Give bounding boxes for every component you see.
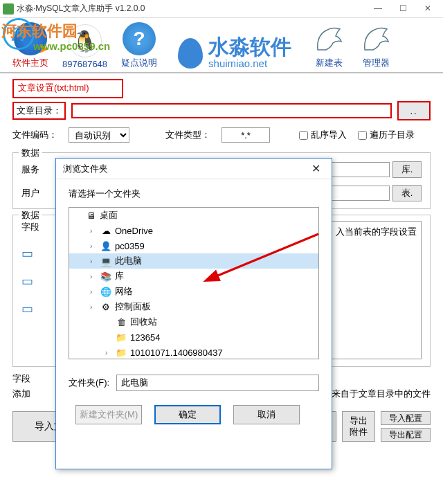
dialog-close-button[interactable]: ✕: [307, 162, 325, 175]
browse-button[interactable]: ..: [397, 101, 431, 120]
dolphin-icon: [359, 22, 392, 55]
type-input[interactable]: [222, 127, 270, 143]
random-checkbox[interactable]: 乱序导入: [299, 129, 347, 141]
recurse-checkbox[interactable]: 遍历子目录: [358, 129, 415, 141]
dolphin-icon: [312, 22, 345, 55]
browse-folder-dialog: 浏览文件夹 ✕ 请选择一个文件夹 🖥桌面›☁OneDrive›👤pc0359›💻…: [55, 158, 332, 469]
folder-label: 文件夹(F):: [69, 377, 109, 389]
cancel-button[interactable]: 取消: [233, 405, 300, 424]
ok-button[interactable]: 确定: [154, 405, 221, 424]
titlebar: 水淼·MySQL文章入库助手 v1.2.0.0 — ☐ ✕: [0, 0, 443, 18]
new-folder-button[interactable]: 新建文件夹(M): [75, 405, 142, 424]
tree-item[interactable]: 🖥桌面: [69, 208, 318, 223]
tree-item[interactable]: ›📚库: [69, 269, 318, 284]
watermark-url: www.pc0359.cn: [33, 40, 110, 52]
export-file-button[interactable]: 导出 附件: [342, 411, 375, 442]
encoding-select[interactable]: 自动识别: [69, 127, 129, 143]
tree-item[interactable]: ›👤pc0359: [69, 238, 318, 253]
minimize-button[interactable]: —: [365, 1, 390, 17]
export-cfg-button[interactable]: 导出配置: [381, 428, 431, 442]
window-title: 水淼·MySQL文章入库助手 v1.2.0.0: [17, 3, 365, 15]
table-button[interactable]: 表.: [392, 185, 422, 201]
tree-item[interactable]: ›💻此电脑: [69, 253, 318, 269]
dir-input[interactable]: [71, 103, 392, 118]
encoding-label: 文件编码：: [12, 129, 57, 141]
dir-label: 文章目录：: [12, 102, 66, 120]
help-icon: ?: [123, 22, 156, 55]
tree-item[interactable]: ›⚙控制面板: [69, 299, 318, 314]
tree-item[interactable]: ›☁OneDrive: [69, 223, 318, 238]
tree-item[interactable]: ›📁10101071.1406980437: [69, 345, 318, 359]
droplet-icon: [178, 38, 203, 69]
article-title-box: 文章设置(txt;html): [12, 79, 123, 98]
folder-tree[interactable]: 🖥桌面›☁OneDrive›👤pc0359›💻此电脑›📚库›🌐网络›⚙控制面板🗑…: [69, 207, 319, 359]
tree-item[interactable]: ›🌐网络: [69, 284, 318, 299]
close-button[interactable]: ✕: [415, 1, 440, 17]
import-cfg-button[interactable]: 导入配置: [381, 411, 431, 425]
lib-button[interactable]: 库.: [392, 161, 422, 178]
dialog-prompt: 请选择一个文件夹: [69, 188, 319, 200]
dialog-title: 浏览文件夹: [63, 163, 108, 175]
db-group-title: 数据: [19, 147, 42, 159]
toolbar-help[interactable]: ? 疑点说明: [121, 22, 157, 69]
app-icon: [3, 3, 14, 15]
tree-item[interactable]: 🗑回收站: [69, 314, 318, 330]
data-group-title: 数据: [19, 209, 42, 222]
toolbar-newtable[interactable]: 新建表: [312, 22, 345, 69]
type-label: 文件类型：: [165, 129, 210, 141]
table-input[interactable]: [327, 186, 390, 201]
maximize-button[interactable]: ☐: [390, 1, 415, 17]
brand: 水淼软件 shuimiao.net: [178, 37, 291, 69]
folder-input[interactable]: 此电脑: [116, 375, 319, 391]
tree-item[interactable]: 📁123654: [69, 330, 318, 345]
watermark-text: 河东软件园: [1, 21, 78, 42]
lib-input[interactable]: [327, 162, 390, 177]
toolbar-manager[interactable]: 管理器: [359, 22, 392, 69]
